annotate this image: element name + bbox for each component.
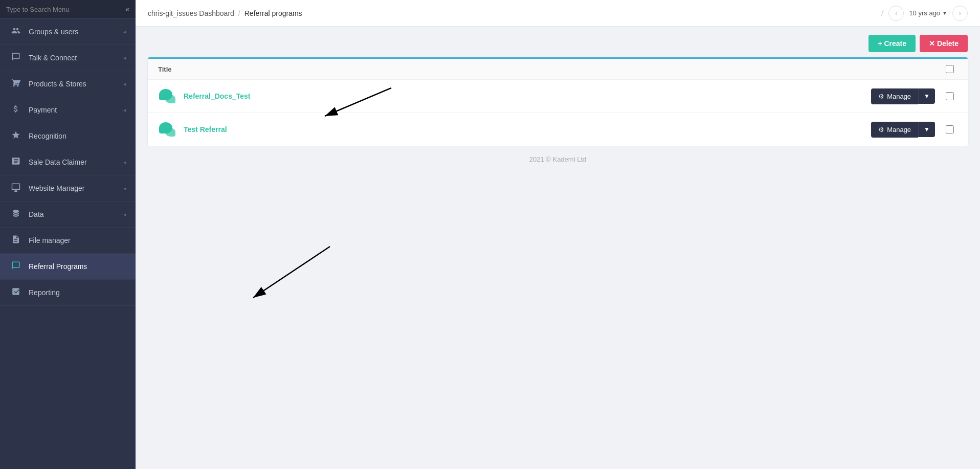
sidebar-arrow-products-stores: ◂ <box>123 81 126 87</box>
payment-icon <box>9 104 23 116</box>
main-content: chris-git_issues Dashboard / Referral pr… <box>136 0 980 469</box>
recognition-icon <box>9 130 23 142</box>
topbar-separator: / <box>881 9 883 18</box>
caret-icon-2: ▼ <box>924 126 930 133</box>
manage-label-1: Manage <box>887 93 911 100</box>
sidebar-label-referral-programs: Referral Programs <box>29 262 126 271</box>
sidebar-item-groups-users[interactable]: Groups & users ◂ <box>0 19 136 45</box>
table-row: Test Referral ⚙ Manage ▼ <box>148 113 968 146</box>
sale-data-claimer-icon <box>9 157 23 168</box>
sidebar-label-file-manager: File manager <box>29 236 126 244</box>
time-label: 10 yrs ago <box>909 9 940 17</box>
sidebar-item-reporting[interactable]: Reporting <box>0 280 136 306</box>
row-checkbox-cell-1 <box>942 92 957 100</box>
referral-programs-icon <box>9 261 23 272</box>
sidebar-item-website-manager[interactable]: Website Manager ◂ <box>0 175 136 202</box>
svg-line-1 <box>253 247 330 298</box>
referral-link-2[interactable]: Test Referral <box>184 125 871 133</box>
time-selector-button[interactable]: 10 yrs ago ▼ <box>909 9 947 17</box>
breadcrumb: chris-git_issues Dashboard / Referral pr… <box>148 9 302 17</box>
search-input[interactable] <box>6 6 103 13</box>
sidebar-label-sale-data-claimer: Sale Data Claimer <box>29 158 123 166</box>
sidebar-arrow-groups-users: ◂ <box>123 29 126 35</box>
manage-caret-2[interactable]: ▼ <box>918 122 935 137</box>
groups-users-icon <box>9 26 23 37</box>
sidebar-arrow-talk-connect: ◂ <box>123 55 126 61</box>
manage-label-2: Manage <box>887 126 911 133</box>
file-manager-icon <box>9 235 23 246</box>
manage-button-2[interactable]: ⚙ Manage <box>871 122 918 138</box>
referral-icon-2 <box>159 122 175 137</box>
row-actions-1: ⚙ Manage ▼ <box>871 88 935 104</box>
create-button[interactable]: + Create <box>868 35 916 52</box>
sidebar-label-recognition: Recognition <box>29 132 126 140</box>
time-dropdown-icon: ▼ <box>942 10 947 16</box>
referral-icon-1 <box>159 89 175 103</box>
sidebar-label-products-stores: Products & Stores <box>29 80 123 88</box>
sidebar-label-reporting: Reporting <box>29 288 126 297</box>
manage-button-1[interactable]: ⚙ Manage <box>871 88 918 104</box>
row-checkbox-cell-2 <box>942 125 957 133</box>
sidebar-label-groups-users: Groups & users <box>29 28 123 36</box>
products-stores-icon <box>9 78 23 90</box>
gear-icon-2: ⚙ <box>878 126 884 133</box>
footer: 2021 © Kademi Ltd <box>136 146 980 172</box>
row-actions-2: ⚙ Manage ▼ <box>871 122 935 138</box>
header-checkbox-cell <box>942 65 957 73</box>
sidebar-arrow-website-manager: ◂ <box>123 185 126 192</box>
row-icon-2 <box>158 120 176 139</box>
sidebar-item-referral-programs[interactable]: Referral Programs <box>0 254 136 280</box>
sidebar-item-products-stores[interactable]: Products & Stores ◂ <box>0 71 136 97</box>
table-header: Title <box>148 59 968 80</box>
sidebar-label-data: Data <box>29 210 123 218</box>
col-title-header: Title <box>158 65 942 73</box>
sidebar-item-talk-connect[interactable]: Talk & Connect ◂ <box>0 45 136 71</box>
gear-icon-1: ⚙ <box>878 93 884 100</box>
footer-text: 2021 © Kademi Ltd <box>529 155 586 163</box>
sidebar-label-payment: Payment <box>29 106 123 114</box>
manage-caret-1[interactable]: ▼ <box>918 88 935 104</box>
sidebar-arrow-sale-data-claimer: ◂ <box>123 159 126 166</box>
talk-connect-icon <box>9 52 23 63</box>
breadcrumb-base: chris-git_issues Dashboard <box>148 9 234 17</box>
select-all-checkbox[interactable] <box>946 65 954 73</box>
sidebar-item-recognition[interactable]: Recognition <box>0 123 136 149</box>
sidebar-item-payment[interactable]: Payment ◂ <box>0 97 136 123</box>
content-area: + Create ✕ Delete Title <box>136 27 980 469</box>
topbar-right: / ‹ 10 yrs ago ▼ › <box>881 6 968 21</box>
forward-button[interactable]: › <box>952 6 968 21</box>
delete-button[interactable]: ✕ Delete <box>920 35 968 52</box>
reporting-icon <box>9 287 23 298</box>
sidebar-item-data[interactable]: Data ◂ <box>0 202 136 228</box>
caret-icon-1: ▼ <box>924 93 930 100</box>
referral-link-1[interactable]: Referral_Docs_Test <box>184 92 871 100</box>
data-icon <box>9 209 23 220</box>
forward-icon: › <box>959 9 961 17</box>
create-button-label: + Create <box>878 39 906 48</box>
website-manager-icon <box>9 183 23 194</box>
delete-button-label: ✕ Delete <box>929 39 959 48</box>
sidebar-arrow-payment: ◂ <box>123 107 126 114</box>
row-icon-1 <box>158 87 176 105</box>
action-bar: + Create ✕ Delete <box>136 27 980 57</box>
sidebar-arrow-data: ◂ <box>123 211 126 218</box>
nav-items: Groups & users ◂ Talk & Connect ◂ Produc… <box>0 19 136 306</box>
sidebar-label-website-manager: Website Manager <box>29 184 123 192</box>
referral-programs-table: Title Referral_Docs_Test ⚙ Mana <box>148 57 968 146</box>
row-checkbox-2[interactable] <box>946 125 954 133</box>
back-button[interactable]: ‹ <box>888 6 904 21</box>
topbar: chris-git_issues Dashboard / Referral pr… <box>136 0 980 27</box>
collapse-sidebar-button[interactable]: « <box>125 5 129 13</box>
breadcrumb-current: Referral programs <box>244 9 302 17</box>
search-bar: « <box>0 0 136 19</box>
back-icon: ‹ <box>895 9 897 17</box>
sidebar-item-file-manager[interactable]: File manager <box>0 228 136 254</box>
sidebar-label-talk-connect: Talk & Connect <box>29 54 123 62</box>
row-checkbox-1[interactable] <box>946 92 954 100</box>
table-row: Referral_Docs_Test ⚙ Manage ▼ <box>148 80 968 113</box>
sidebar: « Groups & users ◂ Talk & Connect ◂ Prod… <box>0 0 136 469</box>
sidebar-item-sale-data-claimer[interactable]: Sale Data Claimer ◂ <box>0 149 136 175</box>
breadcrumb-separator: / <box>238 9 240 17</box>
